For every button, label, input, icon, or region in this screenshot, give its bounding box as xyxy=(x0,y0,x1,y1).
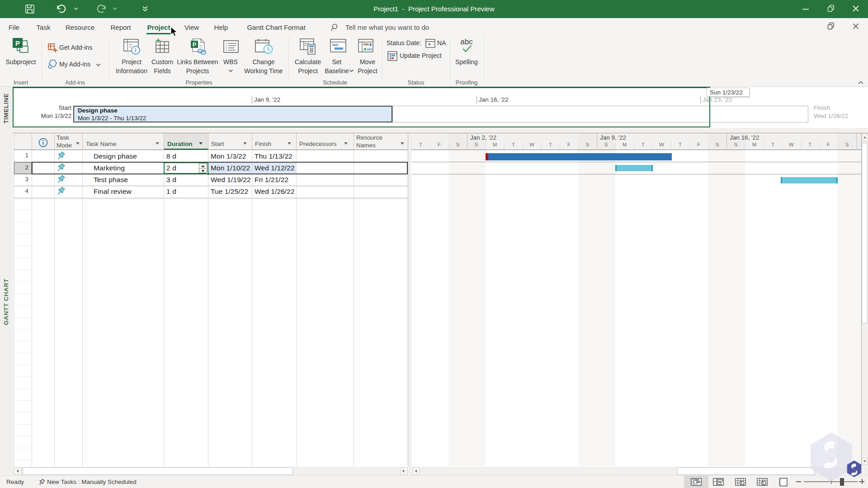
svg-text:P: P xyxy=(193,42,196,48)
svg-text:abc: abc xyxy=(460,38,473,46)
svg-text:P: P xyxy=(15,39,20,47)
